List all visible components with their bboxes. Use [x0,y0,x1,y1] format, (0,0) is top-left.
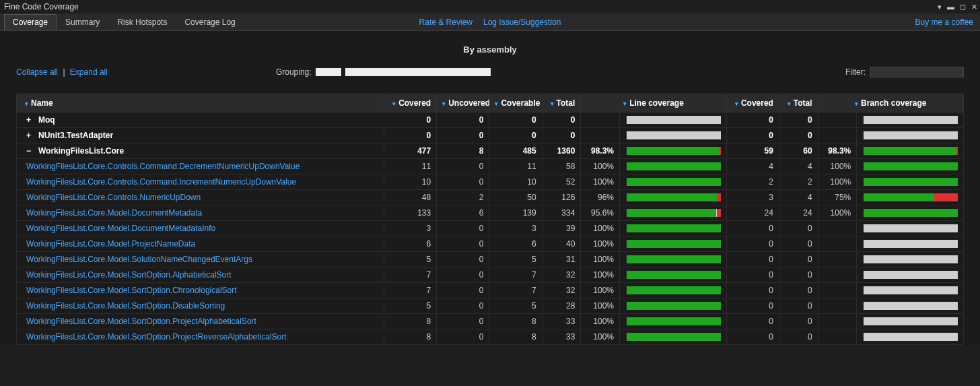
cell-branch-pct [818,236,857,252]
row-name-link[interactable]: WorkingFilesList.Core.Controls.Command.I… [17,174,384,190]
cell-total: 32 [542,267,581,283]
maximize-icon[interactable]: ◻ [960,3,966,11]
cell-line-pct: 100% [581,267,620,283]
cell-line-pct: 100% [581,283,620,298]
toggle-icon[interactable]: + [26,115,34,125]
cell-line-bar [620,252,727,267]
cell-branch-total: 0 [779,298,818,314]
col-branch-covered[interactable]: ▾Covered [726,94,779,112]
cell-line-bar [620,128,727,143]
cell-total: 0 [542,112,581,128]
line-coverage-bar [627,286,721,294]
cell-branch-total: 0 [779,283,818,298]
rate-review-link[interactable]: Rate & Review [419,18,473,27]
grouping-slider-range[interactable] [345,68,491,76]
cell-covered: 133 [384,205,436,221]
cell-coverable: 6 [489,236,542,252]
cell-line-pct: 100% [581,298,620,314]
cell-line-bar [620,283,727,298]
branch-coverage-bar [864,178,958,186]
sort-icon: ▾ [392,100,396,107]
row-name-link[interactable]: WorkingFilesList.Core.Controls.NumericUp… [17,190,384,205]
cell-line-pct: 96% [581,190,620,205]
col-branch-coverage[interactable]: ▾Branch coverage [818,94,963,112]
cell-total: 40 [542,236,581,252]
row-name-link[interactable]: WorkingFilesList.Core.Model.SortOption.A… [17,267,384,283]
sort-icon: ▾ [788,100,791,107]
row-name-link[interactable]: WorkingFilesList.Core.Model.SolutionName… [17,252,384,267]
col-covered[interactable]: ▾Covered [384,94,436,112]
class-row: WorkingFilesList.Core.Model.ProjectNameD… [17,236,964,252]
row-name-link[interactable]: WorkingFilesList.Core.Model.DocumentMeta… [17,221,384,236]
minimize-icon[interactable]: ▬ [947,3,954,11]
grouping-label: Grouping: [276,67,312,77]
buy-coffee-link[interactable]: Buy me a coffee [915,18,981,27]
cell-covered: 8 [384,329,436,345]
branch-coverage-bar [864,255,958,263]
collapse-all-link[interactable]: Collapse all [16,67,58,77]
branch-coverage-bar [864,317,958,325]
row-name-link[interactable]: WorkingFilesList.Core.Model.SortOption.C… [17,283,384,298]
cell-branch-covered: 3 [726,190,779,205]
cell-covered: 477 [384,143,436,159]
cell-line-bar [620,205,727,221]
cell-branch-total: 4 [779,190,818,205]
row-name-link[interactable]: WorkingFilesList.Core.Model.SortOption.P… [17,314,384,329]
tab-coverage[interactable]: Coverage [4,14,57,30]
filter-input[interactable] [870,67,964,77]
line-coverage-bar [627,178,721,186]
cell-line-bar [620,112,727,128]
cell-coverable: 7 [489,283,542,298]
cell-coverable: 5 [489,252,542,267]
cell-uncovered: 0 [437,283,489,298]
row-name-link[interactable]: WorkingFilesList.Core.Model.SortOption.D… [17,298,384,314]
tab-coverage-log[interactable]: Coverage Log [176,14,244,30]
coverage-table: ▾Name ▾Covered ▾Uncovered ▾Coverable ▾To… [16,94,964,345]
col-branch-total[interactable]: ▾Total [779,94,818,112]
cell-covered: 7 [384,267,436,283]
cell-branch-pct: 100% [818,174,857,190]
col-line-coverage[interactable]: ▾Line coverage [581,94,726,112]
row-name-link[interactable]: WorkingFilesList.Core.Controls.Command.D… [17,159,384,174]
cell-total: 32 [542,283,581,298]
cell-branch-total: 0 [779,252,818,267]
cell-branch-covered: 4 [726,159,779,174]
class-row: WorkingFilesList.Core.Model.SolutionName… [17,252,964,267]
class-row: WorkingFilesList.Core.Model.SortOption.D… [17,298,964,314]
log-issue-link[interactable]: Log Issue/Suggestion [483,18,561,27]
tab-risk-hotspots[interactable]: Risk Hotspots [108,14,176,30]
cell-coverable: 11 [489,159,542,174]
col-name[interactable]: ▾Name [17,94,384,112]
col-uncovered[interactable]: ▾Uncovered [437,94,489,112]
cell-coverable: 139 [489,205,542,221]
cell-total: 39 [542,221,581,236]
cell-branch-covered: 0 [726,267,779,283]
col-coverable[interactable]: ▾Coverable [489,94,542,112]
cell-total: 33 [542,329,581,345]
cell-uncovered: 0 [437,159,489,174]
branch-coverage-bar [864,333,958,341]
line-coverage-bar [627,271,721,279]
class-row: WorkingFilesList.Core.Controls.Command.I… [17,174,964,190]
window-menu-icon[interactable]: ▾ [938,3,942,11]
cell-branch-bar [857,283,964,298]
cell-line-bar [620,159,727,174]
class-row: WorkingFilesList.Core.Model.SortOption.P… [17,329,964,345]
row-name-link[interactable]: WorkingFilesList.Core.Model.DocumentMeta… [17,205,384,221]
tab-summary[interactable]: Summary [57,14,108,30]
expand-all-link[interactable]: Expand all [70,67,108,77]
cell-branch-pct [818,298,857,314]
cell-uncovered: 8 [437,143,489,159]
cell-branch-total: 0 [779,112,818,128]
row-name-link[interactable]: WorkingFilesList.Core.Model.SortOption.P… [17,329,384,345]
filter-label: Filter: [845,67,866,77]
grouping-slider-track[interactable] [316,68,341,76]
cell-uncovered: 6 [437,205,489,221]
class-row: WorkingFilesList.Core.Controls.Command.D… [17,159,964,174]
toggle-icon[interactable]: − [26,146,34,156]
close-icon[interactable]: ✕ [971,3,977,11]
row-name-link[interactable]: WorkingFilesList.Core.Model.ProjectNameD… [17,236,384,252]
branch-coverage-bar [864,224,958,232]
toggle-icon[interactable]: + [26,131,34,140]
col-total[interactable]: ▾Total [542,94,581,112]
